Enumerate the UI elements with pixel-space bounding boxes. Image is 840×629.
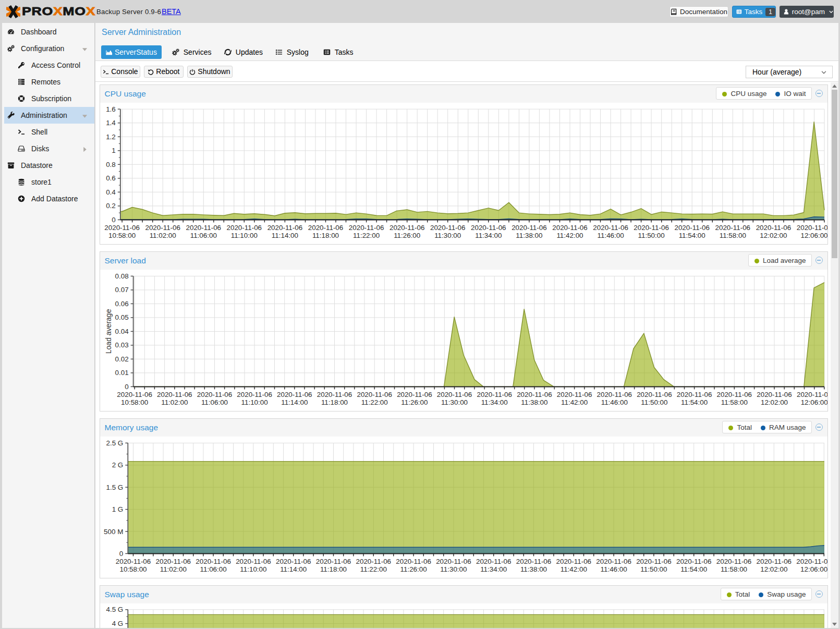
svg-text:2020-11-06: 2020-11-06: [674, 224, 710, 232]
svg-text:2020-11-06: 2020-11-06: [115, 558, 151, 565]
svg-text:2020-11-06: 2020-11-06: [277, 391, 312, 398]
svg-text:11:18:00: 11:18:00: [321, 398, 347, 406]
svg-text:2020-11-06: 2020-11-06: [397, 391, 432, 398]
svg-text:2020-11-06: 2020-11-06: [796, 558, 827, 565]
svg-text:2020-11-06: 2020-11-06: [316, 391, 352, 398]
svg-text:2020-11-06: 2020-11-06: [236, 558, 271, 565]
svg-text:0: 0: [125, 383, 128, 391]
svg-text:11:42:00: 11:42:00: [560, 565, 587, 573]
svg-text:2020-11-06: 2020-11-06: [237, 391, 272, 398]
svg-text:2020-11-06: 2020-11-06: [357, 391, 392, 398]
svg-text:2020-11-06: 2020-11-06: [436, 391, 472, 398]
svg-text:2 G: 2 G: [112, 461, 123, 469]
svg-text:2020-11-06: 2020-11-06: [145, 224, 180, 232]
svg-text:11:42:00: 11:42:00: [556, 232, 583, 239]
svg-text:11:38:00: 11:38:00: [520, 565, 546, 573]
svg-text:0.05: 0.05: [115, 313, 128, 321]
svg-text:11:54:00: 11:54:00: [680, 565, 707, 573]
svg-text:2020-11-06: 2020-11-06: [796, 224, 827, 232]
svg-text:11:30:00: 11:30:00: [434, 232, 461, 239]
svg-text:2020-11-06: 2020-11-06: [512, 224, 547, 232]
svg-text:1.4: 1.4: [106, 119, 116, 127]
svg-text:12:06:00: 12:06:00: [800, 398, 827, 406]
svg-text:2020-11-06: 2020-11-06: [436, 558, 471, 565]
svg-text:0.8: 0.8: [106, 161, 116, 168]
svg-text:2020-11-06: 2020-11-06: [796, 391, 827, 398]
svg-text:11:18:00: 11:18:00: [312, 232, 338, 239]
svg-text:12:02:00: 12:02:00: [760, 398, 787, 406]
svg-text:11:58:00: 11:58:00: [721, 398, 747, 406]
svg-text:12:06:00: 12:06:00: [800, 565, 827, 573]
svg-text:11:06:00: 11:06:00: [201, 398, 227, 406]
svg-text:11:06:00: 11:06:00: [190, 232, 216, 239]
svg-text:11:22:00: 11:22:00: [361, 398, 387, 406]
svg-text:11:30:00: 11:30:00: [440, 565, 467, 573]
svg-text:0.04: 0.04: [115, 328, 129, 335]
svg-text:2020-11-06: 2020-11-06: [356, 558, 391, 565]
svg-text:11:54:00: 11:54:00: [678, 232, 705, 239]
svg-text:11:46:00: 11:46:00: [597, 232, 624, 239]
svg-text:12:02:00: 12:02:00: [760, 565, 787, 573]
svg-text:2020-11-06: 2020-11-06: [716, 391, 752, 398]
svg-text:11:14:00: 11:14:00: [280, 565, 307, 573]
svg-text:4 G: 4 G: [112, 620, 123, 627]
svg-text:2020-11-06: 2020-11-06: [155, 558, 191, 565]
svg-text:2020-11-06: 2020-11-06: [348, 224, 384, 232]
svg-text:11:26:00: 11:26:00: [401, 398, 428, 406]
svg-text:2020-11-06: 2020-11-06: [757, 391, 792, 398]
svg-text:2020-11-06: 2020-11-06: [552, 224, 588, 232]
svg-text:0.2: 0.2: [106, 202, 116, 210]
svg-text:2020-11-06: 2020-11-06: [196, 558, 231, 565]
svg-text:11:18:00: 11:18:00: [320, 565, 346, 573]
svg-text:11:14:00: 11:14:00: [281, 398, 308, 406]
svg-text:11:50:00: 11:50:00: [641, 398, 667, 406]
svg-text:1.2: 1.2: [106, 133, 116, 141]
svg-text:2020-11-06: 2020-11-06: [267, 224, 302, 232]
svg-text:11:46:00: 11:46:00: [600, 565, 627, 573]
svg-text:10:58:00: 10:58:00: [121, 398, 148, 406]
svg-text:11:02:00: 11:02:00: [161, 398, 188, 406]
svg-text:11:58:00: 11:58:00: [720, 565, 747, 573]
svg-text:2020-11-06: 2020-11-06: [226, 224, 262, 232]
svg-text:2020-11-06: 2020-11-06: [676, 391, 712, 398]
svg-text:4.5 G: 4.5 G: [106, 606, 123, 613]
svg-text:11:02:00: 11:02:00: [149, 232, 176, 239]
svg-text:2020-11-06: 2020-11-06: [516, 558, 551, 565]
svg-text:2020-11-06: 2020-11-06: [596, 391, 632, 398]
svg-text:1.5 G: 1.5 G: [106, 483, 123, 491]
svg-text:2020-11-06: 2020-11-06: [556, 558, 591, 565]
svg-text:0.07: 0.07: [115, 286, 128, 294]
svg-text:0: 0: [112, 216, 115, 224]
svg-text:11:26:00: 11:26:00: [400, 565, 427, 573]
svg-text:11:34:00: 11:34:00: [480, 565, 507, 573]
svg-text:11:50:00: 11:50:00: [638, 232, 664, 239]
svg-text:11:54:00: 11:54:00: [681, 398, 708, 406]
svg-text:11:22:00: 11:22:00: [360, 565, 386, 573]
svg-text:2020-11-06: 2020-11-06: [157, 391, 192, 398]
svg-text:11:10:00: 11:10:00: [240, 565, 266, 573]
svg-text:2020-11-06: 2020-11-06: [636, 558, 672, 565]
svg-text:11:26:00: 11:26:00: [394, 232, 420, 239]
svg-text:11:06:00: 11:06:00: [200, 565, 226, 573]
svg-text:0.08: 0.08: [115, 272, 128, 280]
svg-text:2020-11-06: 2020-11-06: [476, 558, 511, 565]
svg-text:0.6: 0.6: [106, 174, 116, 182]
svg-text:2020-11-06: 2020-11-06: [517, 391, 552, 398]
svg-text:0.03: 0.03: [115, 341, 128, 349]
svg-text:11:10:00: 11:10:00: [241, 398, 267, 406]
svg-text:2.5 G: 2.5 G: [106, 439, 123, 447]
svg-text:11:14:00: 11:14:00: [271, 232, 298, 239]
svg-text:0.4: 0.4: [106, 188, 116, 196]
svg-text:2020-11-06: 2020-11-06: [197, 391, 232, 398]
svg-text:11:38:00: 11:38:00: [516, 232, 542, 239]
svg-text:0.02: 0.02: [115, 355, 128, 363]
svg-text:2020-11-06: 2020-11-06: [477, 391, 512, 398]
svg-text:2020-11-06: 2020-11-06: [715, 224, 750, 232]
svg-text:11:10:00: 11:10:00: [230, 232, 257, 239]
svg-text:11:22:00: 11:22:00: [353, 232, 380, 239]
svg-text:2020-11-06: 2020-11-06: [556, 391, 592, 398]
svg-text:2020-11-06: 2020-11-06: [634, 224, 669, 232]
svg-text:11:34:00: 11:34:00: [475, 232, 502, 239]
svg-text:1 G: 1 G: [112, 505, 123, 513]
svg-text:2020-11-06: 2020-11-06: [756, 224, 791, 232]
